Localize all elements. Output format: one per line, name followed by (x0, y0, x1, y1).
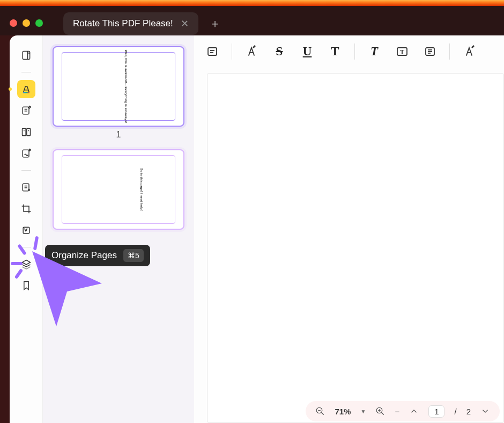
note-tool[interactable] (201, 42, 224, 61)
rail-crop-button[interactable] (17, 200, 35, 218)
svg-rect-4 (23, 92, 29, 93)
svg-rect-12 (23, 150, 29, 157)
sticky-note-icon (206, 45, 219, 58)
zoom-out-icon[interactable] (315, 406, 325, 416)
window-top-gradient (0, 0, 504, 6)
organize-pages-icon (21, 182, 32, 193)
window-maximize-button[interactable] (35, 19, 43, 27)
new-tab-button[interactable]: ＋ (209, 16, 221, 32)
rail-annotate-button[interactable] (17, 101, 35, 120)
marker-icon (463, 45, 476, 58)
window-close-button[interactable] (10, 19, 17, 27)
svg-rect-9 (26, 128, 30, 135)
document-tab[interactable]: Rotate This PDF Please! ✕ (63, 12, 198, 35)
highlight-tool[interactable] (240, 42, 263, 61)
rail-divider (21, 170, 31, 171)
thumbnail-text: So is this page! I need help! (139, 168, 143, 210)
svg-point-2 (28, 53, 29, 53)
text-icon: T (331, 45, 339, 59)
textbox-icon: T (396, 45, 409, 58)
side-by-side-icon (21, 127, 32, 137)
underline-icon: U (303, 45, 312, 59)
layers-icon (21, 259, 32, 269)
thumbnail-inner: Well, this is awkward!... Everything is … (62, 52, 176, 121)
page-minus-icon[interactable]: − (395, 407, 399, 416)
strikethrough-icon: S (276, 45, 283, 59)
page-current-input[interactable]: 1 (428, 405, 444, 418)
rail-compare-button[interactable] (17, 123, 35, 141)
svg-line-30 (322, 412, 324, 415)
svg-rect-8 (22, 128, 26, 135)
svg-rect-13 (23, 184, 29, 191)
highlighter-a-icon (245, 45, 258, 58)
rail-ocr-button[interactable] (17, 221, 35, 239)
strikethrough-tool[interactable]: S (268, 42, 291, 61)
organize-pages-tooltip: Organize Pages ⌘5 (45, 245, 150, 266)
insert-icon (424, 45, 436, 58)
page-thumbnail-2[interactable]: So is this page! I need help! (53, 149, 184, 230)
left-sidebar-rail (10, 35, 43, 423)
bookmark-icon (21, 280, 32, 291)
document-view[interactable] (207, 73, 504, 423)
drawing-tool[interactable] (457, 42, 481, 61)
rail-bookmark-button[interactable] (17, 276, 35, 295)
toolbar-divider (232, 43, 232, 60)
zoom-pagination-pill: 71% ▼ − 1 / 2 (306, 401, 500, 421)
thumbnail-label: 1 (53, 130, 184, 140)
svg-line-33 (382, 412, 384, 415)
page-separator: / (454, 407, 456, 416)
signature-icon (21, 148, 32, 159)
rail-highlighter-button[interactable] (17, 80, 35, 98)
svg-rect-5 (23, 107, 29, 114)
crop-icon (21, 203, 32, 214)
svg-rect-18 (208, 48, 217, 55)
document-icon (21, 50, 32, 61)
page-total: 2 (466, 407, 471, 416)
annotation-toolbar: S U T T T (194, 35, 504, 68)
pencil-page-icon (21, 105, 32, 116)
tooltip-shortcut: ⌘5 (123, 249, 144, 262)
thumbnail-inner: So is this page! I need help! (62, 155, 176, 224)
page-up-icon[interactable] (409, 406, 419, 416)
scan-icon (21, 225, 32, 236)
insert-text-tool[interactable] (418, 42, 442, 61)
thumbnail-text: Well, this is awkward!... Everything is … (123, 50, 128, 123)
page-down-icon[interactable] (480, 406, 490, 416)
window-controls (10, 19, 43, 27)
tab-strip: Rotate This PDF Please! ✕ ＋ (63, 12, 221, 35)
window-minimize-button[interactable] (23, 19, 30, 27)
svg-text:T: T (400, 48, 404, 56)
bottom-bar: 71% ▼ − 1 / 2 (194, 399, 504, 423)
tooltip-label: Organize Pages (51, 250, 117, 261)
underline-tool[interactable]: U (295, 42, 319, 61)
toolbar-divider (449, 43, 450, 60)
rail-thumbnails-button[interactable] (17, 46, 35, 64)
textbox-tool[interactable]: T (390, 42, 414, 61)
rail-organize-pages-button[interactable] (17, 178, 35, 196)
zoom-value: 71% (335, 407, 351, 416)
typewriter-icon: T (370, 45, 378, 59)
rail-sign-button[interactable] (17, 144, 35, 163)
rail-divider (21, 72, 31, 72)
close-tab-icon[interactable]: ✕ (181, 18, 189, 30)
typewriter-tool[interactable]: T (362, 42, 386, 61)
tab-title: Rotate This PDF Please! (73, 18, 173, 29)
main-pane: S U T T T (194, 35, 504, 423)
highlighter-icon (21, 84, 32, 94)
toolbar-divider (354, 43, 355, 60)
page-thumbnail-1[interactable]: Well, this is awkward!... Everything is … (53, 46, 184, 127)
rail-layers-button[interactable] (17, 255, 35, 273)
rail-divider (21, 247, 31, 247)
text-tool[interactable]: T (323, 42, 347, 61)
app-body: Well, this is awkward!... Everything is … (10, 35, 504, 423)
zoom-in-icon[interactable] (375, 406, 385, 416)
zoom-dropdown-icon[interactable]: ▼ (360, 409, 366, 414)
thumbnail-panel: Well, this is awkward!... Everything is … (43, 35, 194, 423)
